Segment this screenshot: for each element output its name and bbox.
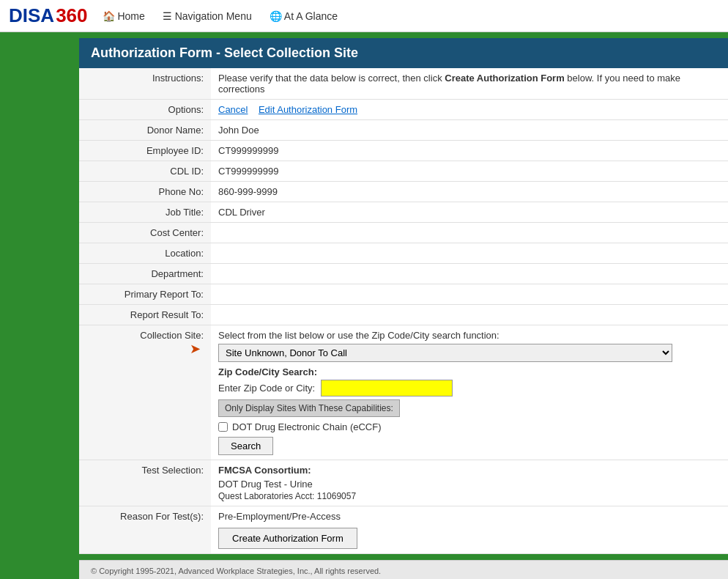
menu-icon: ☰ [163,10,172,22]
phone-value: 860-999-9999 [211,182,728,202]
collection-site-label-text: Collection Site: [140,330,204,341]
zip-enter-label: Enter Zip Code or City: [218,383,315,394]
phone-label: Phone No: [79,182,211,202]
collection-site-arrow-icon: ➤ [190,342,201,356]
zip-label-row: Enter Zip Code or City: [218,380,724,397]
job-title-row: Job Title: CDL Driver [79,202,728,223]
employee-id-value: CT999999999 [211,141,728,161]
test-acct: Quest Laboratories Acct: 11069057 [218,491,724,501]
test-name: DOT Drug Test - Urine [218,479,724,490]
collection-site-instruction: Select from the list below or use the Zi… [218,330,724,341]
zip-search-section: Zip Code/City Search: Enter Zip Code or … [218,366,724,455]
collection-site-value: Select from the list below or use the Zi… [211,325,728,460]
report-result-row: Report Result To: [79,305,728,325]
primary-report-row: Primary Report To: [79,284,728,305]
reason-label: Reason For Test(s): [79,506,211,554]
nav-at-a-glance[interactable]: 🌐 At A Glance [270,10,338,22]
employee-id-row: Employee ID: CT999999999 [79,141,728,161]
instructions-row: Instructions: Please verify that the dat… [79,68,728,100]
location-label: Location: [79,243,211,264]
test-selection-label: Test Selection: [79,460,211,506]
reason-row: Reason For Test(s): Pre-Employment/Pre-A… [79,506,728,554]
options-label: Options: [79,100,211,120]
cdl-id-value: CT999999999 [211,161,728,182]
page-title: Authorization Form - Select Collection S… [91,45,358,60]
instructions-label: Instructions: [79,68,211,100]
home-icon: 🏠 [103,10,115,22]
report-result-label: Report Result To: [79,305,211,325]
instructions-highlight: Create Authorization Form [445,73,564,84]
navbar: DISA360 🏠 Home ☰ Navigation Menu 🌐 At A … [0,0,728,32]
consortium-name: FMCSA Consortium: [218,465,724,476]
cdl-id-label: CDL ID: [79,161,211,182]
create-authorization-button[interactable]: Create Authorization Form [218,528,357,549]
zip-input[interactable] [321,380,453,397]
dot-drug-label: DOT Drug Electronic Chain (eCCF) [232,421,381,432]
employee-id-label: Employee ID: [79,141,211,161]
page-header: Authorization Form - Select Collection S… [79,38,728,68]
job-title-label: Job Title: [79,202,211,223]
reason-text: Pre-Employment/Pre-Access [218,511,724,522]
collection-site-row: Collection Site: ➤ Select from the list … [79,325,728,460]
department-value [211,264,728,284]
capabilities-box: Only Display Sites With These Capabiliti… [218,399,400,417]
form-table: Instructions: Please verify that the dat… [79,68,728,554]
checkbox-row: DOT Drug Electronic Chain (eCCF) [218,421,724,432]
location-value [211,243,728,264]
at-a-glance-label: At A Glance [284,10,338,22]
brand-logo: DISA360 [9,4,88,27]
instructions-pre: Please verify that the data below is cor… [218,73,445,84]
search-button[interactable]: Search [218,437,273,455]
brand-360: 360 [56,4,87,27]
edit-authorization-link[interactable]: Edit Authorization Form [259,104,357,115]
reason-value: Pre-Employment/Pre-Access Create Authori… [211,506,728,554]
nav-links: 🏠 Home ☰ Navigation Menu 🌐 At A Glance [103,10,338,22]
dot-drug-checkbox[interactable] [218,422,228,432]
job-title-value: CDL Driver [211,202,728,223]
globe-icon: 🌐 [270,10,282,22]
main-container: Authorization Form - Select Collection S… [79,38,728,554]
brand-disa: DISA [9,4,54,27]
footer: © Copyright 1995-2021, Advanced Workplac… [79,560,728,579]
donor-name-label: Donor Name: [79,120,211,141]
report-result-value [211,305,728,325]
department-label: Department: [79,264,211,284]
test-selection-row: Test Selection: FMCSA Consortium: DOT Dr… [79,460,728,506]
test-selection-value: FMCSA Consortium: DOT Drug Test - Urine … [211,460,728,506]
donor-name-row: Donor Name: John Doe [79,120,728,141]
primary-report-label: Primary Report To: [79,284,211,305]
department-row: Department: [79,264,728,284]
collection-site-label: Collection Site: ➤ [79,325,211,460]
footer-text: © Copyright 1995-2021, Advanced Workplac… [91,567,381,575]
capabilities-label: Only Display Sites With These Capabiliti… [225,403,393,413]
nav-home[interactable]: 🏠 Home [103,10,145,22]
location-row: Location: [79,243,728,264]
cancel-link[interactable]: Cancel [218,104,248,115]
primary-report-value [211,284,728,305]
options-value: Cancel Edit Authorization Form [211,100,728,120]
cost-center-label: Cost Center: [79,223,211,243]
cost-center-value [211,223,728,243]
nav-menu[interactable]: ☰ Navigation Menu [163,10,252,22]
collection-site-select[interactable]: Site Unknown, Donor To Call [218,344,672,362]
donor-name-value: John Doe [211,120,728,141]
zip-search-label: Zip Code/City Search: [218,366,724,377]
home-label: Home [117,10,144,22]
phone-row: Phone No: 860-999-9999 [79,182,728,202]
instructions-value: Please verify that the data below is cor… [211,68,728,100]
cost-center-row: Cost Center: [79,223,728,243]
cdl-id-row: CDL ID: CT999999999 [79,161,728,182]
nav-menu-label: Navigation Menu [175,10,252,22]
options-row: Options: Cancel Edit Authorization Form [79,100,728,120]
